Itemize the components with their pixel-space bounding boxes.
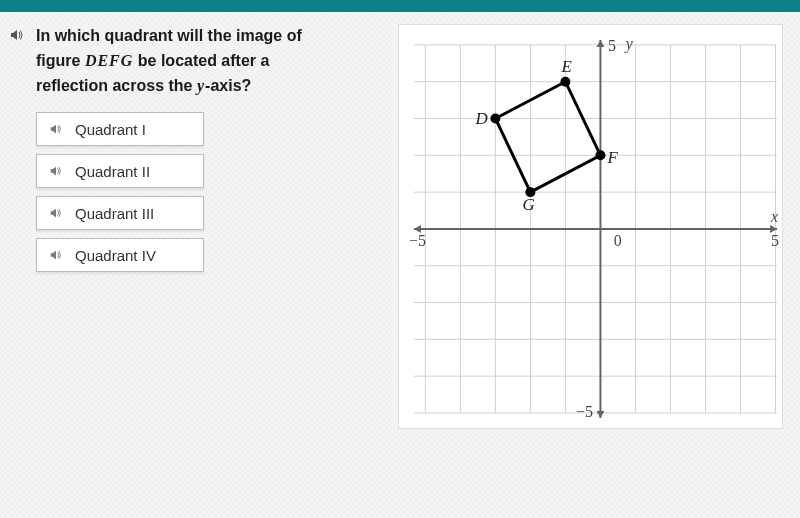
- y-axis-label: y: [624, 35, 634, 53]
- vertex-label-d: D: [474, 109, 487, 128]
- tick-pos-y: 5: [608, 37, 616, 54]
- question-panel: In which quadrant will the image of figu…: [8, 24, 398, 518]
- x-axis-label: x: [770, 208, 778, 225]
- audio-icon[interactable]: [47, 162, 65, 180]
- audio-icon[interactable]: [8, 26, 26, 44]
- tick-neg-x: −5: [409, 232, 426, 249]
- q-line2-post: be located after a: [133, 52, 269, 69]
- graph-svg: −5 5 0 5 −5 y x DEFG: [399, 25, 782, 428]
- header-bar: [0, 0, 800, 12]
- q-line1: In which quadrant will the image of: [36, 27, 302, 44]
- q-line3-pre: reflection across the: [36, 77, 197, 94]
- vertex-e: [560, 77, 570, 87]
- vertex-label-e: E: [560, 57, 572, 76]
- option-quadrant-3[interactable]: Quadrant III: [36, 196, 204, 230]
- option-quadrant-2[interactable]: Quadrant II: [36, 154, 204, 188]
- audio-icon[interactable]: [47, 246, 65, 264]
- vertex-d: [490, 114, 500, 124]
- tick-zero: 0: [614, 232, 622, 249]
- vertex-label-f: F: [606, 148, 618, 167]
- q-line2-pre: figure: [36, 52, 85, 69]
- vertex-label-g: G: [522, 195, 534, 214]
- option-label: Quadrant I: [75, 121, 146, 138]
- tick-neg-y: −5: [576, 403, 593, 420]
- figure-defg: DEFG: [474, 57, 618, 214]
- option-label: Quadrant IV: [75, 247, 156, 264]
- vertex-f: [595, 150, 605, 160]
- option-quadrant-4[interactable]: Quadrant IV: [36, 238, 204, 272]
- answer-options: Quadrant I Quadrant II Quadrant III Quad…: [8, 112, 378, 272]
- q-line3-post: -axis?: [205, 77, 251, 94]
- coordinate-graph: −5 5 0 5 −5 y x DEFG: [398, 24, 783, 429]
- question-text: In which quadrant will the image of figu…: [36, 24, 302, 98]
- audio-icon[interactable]: [47, 204, 65, 222]
- tick-pos-x: 5: [771, 232, 779, 249]
- audio-icon[interactable]: [47, 120, 65, 138]
- option-label: Quadrant II: [75, 163, 150, 180]
- svg-marker-24: [495, 82, 600, 192]
- q-axis-var: y: [197, 77, 205, 94]
- option-quadrant-1[interactable]: Quadrant I: [36, 112, 204, 146]
- q-figure-name: DEFG: [85, 52, 133, 69]
- svg-marker-22: [596, 40, 604, 47]
- question-block: In which quadrant will the image of figu…: [8, 24, 378, 98]
- svg-marker-23: [596, 411, 604, 418]
- main-content: In which quadrant will the image of figu…: [0, 12, 800, 518]
- option-label: Quadrant III: [75, 205, 154, 222]
